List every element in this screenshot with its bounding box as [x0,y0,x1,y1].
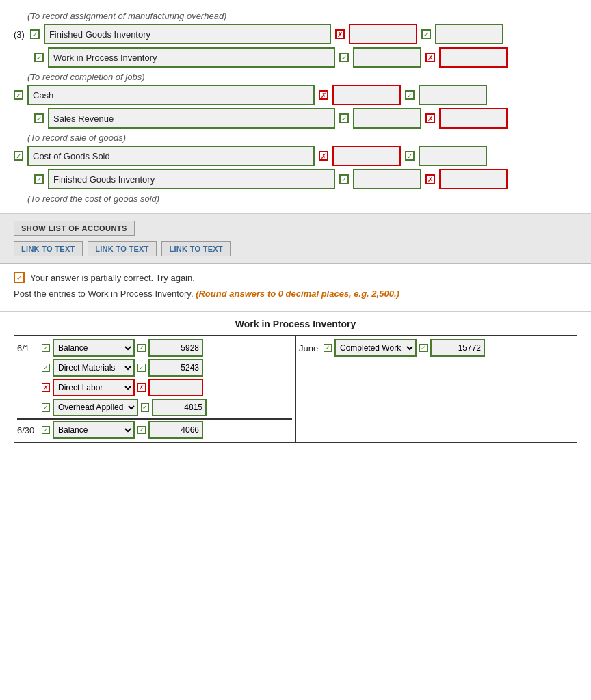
cogs-credit-amount[interactable] [419,146,487,166]
wip-date-61: 6/1 [17,343,39,353]
check-bal630-date: ✓ [42,426,50,434]
fg-debit-amount[interactable] [349,24,417,44]
check-cw-date: ✓ [324,344,332,352]
check-cash-outer: ✓ [14,90,23,100]
wip-left-side: 6/1 ✓ Balance ✓ ✓ [14,336,296,443]
check-debit-red: ✗ [335,29,345,39]
check-cogs-debit-red: ✗ [319,151,328,161]
partial-text: Your answer is partially correct. Try ag… [30,273,195,283]
cogs-field: Cost of Goods Sold [27,146,315,166]
instruction-text: Post the entries to Work in Process Inve… [14,288,577,299]
wip-left-row-4: ✓ Overhead Applied ✓ [17,399,292,416]
wip-dl-select[interactable]: Direct Labor [53,379,135,396]
check-cash-credit-green: ✓ [405,90,415,100]
sales-debit-amount[interactable] [353,108,421,129]
wip-right-side: June ✓ Completed Work ✓ [296,336,577,443]
wip-oa-amount[interactable] [152,399,207,416]
wip-section: Work in Process Inventory 6/1 ✓ Balance … [0,312,591,450]
cogs-debit-amount[interactable] [332,146,401,166]
check-wip-outer: ✓ [34,53,44,62]
wip-date-630: 6/30 [17,425,39,435]
cash-credit-amount[interactable] [419,85,487,105]
check-cogs-outer: ✓ [14,151,23,161]
check-sales-outer: ✓ [34,113,44,123]
wip-inventory-field: Work in Process Inventory [48,47,335,68]
cash-debit-amount[interactable] [332,85,401,105]
wip-left-row-3: ✗ Direct Labor ✗ [17,379,292,396]
check-dm-select: ✓ [137,364,146,372]
entry-row-fg2-credit: ✓ Finished Goods Inventory ✓ ✗ [34,169,577,189]
wip-date-june: June [299,343,321,353]
check-credit-green: ✓ [421,29,431,39]
check-fg2-credit-red: ✗ [425,174,435,184]
completion-note: (To record completion of jobs) [27,72,577,82]
sales-revenue-field: Sales Revenue [48,108,335,129]
entry3-label: (3) [14,29,25,40]
wip-right-row-1: June ✓ Completed Work ✓ [299,339,574,357]
wip-title: Work in Process Inventory [14,319,577,329]
wip-left-row-2: ✓ Direct Materials ✓ [17,359,292,377]
link-to-text-3[interactable]: LINK TO TEXT [161,241,231,256]
entry-row-fg-debit: (3) ✓ Finished Goods Inventory ✗ ✓ [14,24,577,44]
sale-note: (To record sale of goods) [27,133,577,143]
show-accounts-button[interactable]: SHOW LIST OF ACCOUNTS [14,221,135,236]
wip-table: 6/1 ✓ Balance ✓ ✓ [14,335,577,443]
check-cw-select: ✓ [419,344,428,352]
manufacturing-overhead-note: (To record assignment of manufacturing o… [27,11,577,21]
link-to-text-2[interactable]: LINK TO TEXT [88,241,157,256]
cost-note: (To record the cost of goods sold) [27,193,577,204]
check-fg2-outer: ✓ [34,174,44,184]
fg-inventory-field: Finished Goods Inventory [44,24,331,44]
wip-bal630-amount[interactable] [148,421,203,439]
fg2-credit-amount[interactable] [439,169,508,189]
entry-row-cogs-debit: ✓ Cost of Goods Sold ✗ ✓ [14,146,577,166]
fg-credit-amount[interactable] [435,24,503,44]
cash-field: Cash [27,85,315,105]
entry-row-wip-credit: ✓ Work in Process Inventory ✓ ✗ [34,47,577,68]
wip-bal630-select[interactable]: Balance [53,421,135,439]
fg2-field: Finished Goods Inventory [48,169,335,189]
check-dm-date: ✓ [42,364,50,372]
wip-dm-amount[interactable] [148,359,203,377]
check-balance-date: ✓ [42,344,50,352]
check-wip-debit-green: ✓ [339,53,349,62]
wip-credit-amount[interactable] [439,47,508,68]
wip-dm-select[interactable]: Direct Materials [53,359,135,377]
check-oa-date: ✓ [42,403,50,412]
wip-dl-amount[interactable] [148,379,203,396]
check-oa-select: ✓ [141,403,149,412]
fg2-debit-amount[interactable] [353,169,421,189]
entry-row-cash-debit: ✓ Cash ✗ ✓ [14,85,577,105]
check-sales-credit-red: ✗ [425,113,435,123]
check-sales-debit-green: ✓ [339,113,349,123]
feedback-section: ✓ Your answer is partially correct. Try … [0,264,591,312]
check-bal630-select: ✓ [137,426,146,434]
check-cash-debit-red: ✗ [319,90,328,100]
entry-row-sales-credit: ✓ Sales Revenue ✓ ✗ [34,108,577,129]
wip-left-row-1: 6/1 ✓ Balance ✓ [17,339,292,357]
partial-message: ✓ Your answer is partially correct. Try … [14,272,577,283]
check-cogs-credit-green: ✓ [405,151,415,161]
wip-balance-bottom-row: 6/30 ✓ Balance ✓ [17,418,292,439]
sales-credit-amount[interactable] [439,108,508,129]
link-row: LINK TO TEXT LINK TO TEXT LINK TO TEXT [14,241,577,256]
check-dl-select: ✗ [137,383,146,392]
partial-icon: ✓ [14,272,25,283]
check-wip-credit-red: ✗ [425,53,435,62]
wip-oa-select[interactable]: Overhead Applied [53,399,138,416]
wip-balance-amount[interactable] [148,339,203,357]
wip-cw-amount[interactable] [430,339,485,357]
check-balance-select: ✓ [137,344,146,352]
wip-balance-select[interactable]: Balance [53,339,135,357]
check-fg-outer: ✓ [30,29,40,39]
toolbar-section: SHOW LIST OF ACCOUNTS LINK TO TEXT LINK … [0,214,591,264]
check-dl-date: ✗ [42,383,50,392]
round-note: (Round answers to 0 decimal places, e.g.… [196,288,399,299]
wip-cw-select[interactable]: Completed Work [334,339,417,357]
link-to-text-1[interactable]: LINK TO TEXT [14,241,83,256]
check-fg2-debit-green: ✓ [339,174,349,184]
wip-debit-amount[interactable] [353,47,421,68]
